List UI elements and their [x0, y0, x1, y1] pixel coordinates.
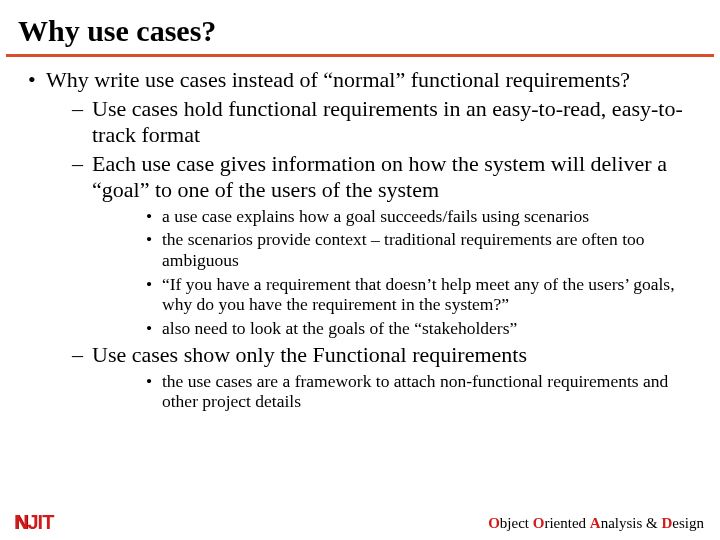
bullet-text: Each use case gives information on how t… [92, 151, 667, 202]
tagline-word: bject [500, 515, 533, 531]
bullet-level3: the scenarios provide context – traditio… [92, 229, 696, 270]
logo-letter: N [14, 511, 27, 533]
bullet-level3: also need to look at the goals of the “s… [92, 318, 696, 339]
bullet-text: also need to look at the goals of the “s… [162, 318, 517, 338]
tagline-letter: O [488, 515, 500, 531]
tagline-word: nalysis & [601, 515, 662, 531]
tagline-letter: A [590, 515, 601, 531]
tagline-word: esign [672, 515, 704, 531]
footer-tagline: Object Oriented Analysis & Design [488, 515, 704, 532]
bullet-level2: Each use case gives information on how t… [46, 151, 696, 339]
bullet-text: Why write use cases instead of “normal” … [46, 67, 630, 92]
tagline-letter: D [661, 515, 672, 531]
bullet-text: a use case explains how a goal succeeds/… [162, 206, 589, 226]
bullet-level2: Use cases show only the Functional requi… [46, 342, 696, 412]
slide-body: Why write use cases instead of “normal” … [0, 67, 720, 412]
logo-letter: J [27, 511, 37, 533]
title-underline [6, 54, 714, 57]
bullet-text: Use cases hold functional requirements i… [92, 96, 683, 147]
footer: NJIT Object Oriented Analysis & Design [0, 510, 720, 540]
bullet-level3: the use cases are a framework to attach … [92, 371, 696, 412]
tagline-word: riented [544, 515, 589, 531]
slide-title: Why use cases? [0, 0, 720, 54]
tagline-letter: O [533, 515, 545, 531]
bullet-level3: a use case explains how a goal succeeds/… [92, 206, 696, 227]
bullet-text: “If you have a requirement that doesn’t … [162, 274, 675, 315]
bullet-text: the use cases are a framework to attach … [162, 371, 668, 412]
bullet-level1: Why write use cases instead of “normal” … [24, 67, 696, 412]
logo-letter: T [42, 511, 53, 533]
bullet-text: Use cases show only the Functional requi… [92, 342, 527, 367]
njit-logo: NJIT [14, 511, 53, 534]
bullet-level3: “If you have a requirement that doesn’t … [92, 274, 696, 315]
bullet-text: the scenarios provide context – traditio… [162, 229, 645, 270]
bullet-level2: Use cases hold functional requirements i… [46, 96, 696, 148]
